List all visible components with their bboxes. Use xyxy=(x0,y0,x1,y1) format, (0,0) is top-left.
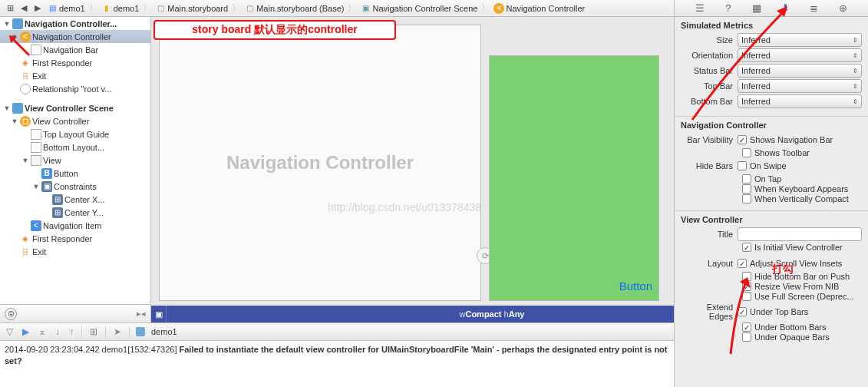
orientation-popup[interactable]: Inferred⇕ xyxy=(738,48,862,62)
under-top-checkbox[interactable]: ✓ xyxy=(738,307,747,316)
hidebars-label: Hide Bars xyxy=(681,161,738,170)
bottombar-label: Bottom Bar xyxy=(681,97,738,106)
location-icon[interactable]: ➤ xyxy=(112,326,123,337)
shows-toolbar-checkbox[interactable] xyxy=(742,148,751,157)
is-initial-checkbox[interactable] xyxy=(742,243,751,252)
hide-bottom-label: Hide Bottom Bar on Push xyxy=(754,272,850,281)
when-compact-label: When Vertically Compact xyxy=(754,194,849,203)
when-compact-checkbox[interactable] xyxy=(742,194,751,203)
is-initial-label: Is Initial View Controller xyxy=(754,243,843,252)
file-inspector-tab[interactable]: ☰ xyxy=(692,2,708,15)
item-center-y[interactable]: ⊞Center Y... xyxy=(0,206,150,219)
crumb-label: Navigation Controller Scene xyxy=(372,4,477,13)
size-label: Size xyxy=(681,35,738,45)
topbar-popup[interactable]: Inferred⇕ xyxy=(738,79,862,93)
item-view[interactable]: ▼View xyxy=(0,154,150,167)
under-top-label: Under Top Bars xyxy=(750,307,808,316)
under-opaque-checkbox[interactable] xyxy=(742,332,751,342)
document-outline: ▼Navigation Controller... ▼<Navigation C… xyxy=(0,17,151,322)
scene-icon: ▣ xyxy=(360,3,371,14)
hide-bottom-checkbox[interactable] xyxy=(742,272,751,281)
shows-navbar-checkbox[interactable]: ✓ xyxy=(738,135,747,144)
item-view-controller[interactable]: ▼◻View Controller xyxy=(0,114,150,127)
under-bottom-label: Under Bottom Bars xyxy=(754,322,827,332)
item-relationship[interactable]: Relationship "root v... xyxy=(0,82,150,95)
title-input[interactable] xyxy=(738,227,862,241)
crumb-controller[interactable]: <Navigation Controller xyxy=(491,3,587,14)
inspector-tabs: ☰ ? ▦ ⬇ ≣ ⊕ xyxy=(675,0,868,17)
step-in-icon[interactable]: ↓ xyxy=(54,326,61,337)
hide-debug-icon[interactable]: ▽ xyxy=(5,326,15,337)
item-nav-bar[interactable]: Navigation Bar xyxy=(0,43,150,56)
on-swipe-checkbox[interactable] xyxy=(738,161,747,170)
item-nav-item[interactable]: <Navigation Item xyxy=(0,219,150,232)
annotation-callout-1: story board 默认显示的controller xyxy=(153,20,396,40)
scene-nav-controller[interactable]: ▼Navigation Controller... xyxy=(0,17,150,30)
outline-toggle-button[interactable]: ▣ xyxy=(151,309,166,319)
nav-controller-scene[interactable]: Navigation Controller xyxy=(159,25,481,301)
on-swipe-label: On Swipe xyxy=(750,161,787,170)
crumb-storyboard[interactable]: ▢Main.storyboard xyxy=(153,3,230,14)
item-button[interactable]: BButton xyxy=(0,167,150,180)
crumb-label: demo1 xyxy=(59,4,85,13)
canvas-button[interactable]: Button xyxy=(619,280,652,293)
item-constraints[interactable]: ▼▣Constraints xyxy=(0,180,150,193)
statusbar-popup[interactable]: Inferred⇕ xyxy=(738,64,862,78)
on-tap-checkbox[interactable] xyxy=(742,174,751,184)
adjust-scroll-checkbox[interactable]: ✓ xyxy=(738,259,747,268)
crumb-group[interactable]: ▮demo1 xyxy=(99,3,142,14)
step-out-icon[interactable]: ↑ xyxy=(68,326,75,337)
constraint-icon: ⊞ xyxy=(52,194,63,205)
scene-view-controller[interactable]: ▼View Controller Scene xyxy=(0,101,150,114)
attributes-inspector-tab[interactable]: ⬇ xyxy=(778,2,794,15)
resize-nib-label: Resize View From NIB xyxy=(754,282,839,291)
process-name[interactable]: demo1 xyxy=(151,327,177,336)
connections-inspector-tab[interactable]: ⊕ xyxy=(835,2,850,15)
bottombar-popup[interactable]: Inferred⇕ xyxy=(738,94,862,108)
filter-button[interactable]: ⊜ xyxy=(5,308,17,320)
crumb-scene[interactable]: ▣Navigation Controller Scene xyxy=(358,3,480,14)
under-opaque-label: Under Opaque Bars xyxy=(754,332,830,342)
full-screen-checkbox[interactable] xyxy=(742,292,751,301)
when-keyboard-checkbox[interactable] xyxy=(742,184,751,194)
item-center-x[interactable]: ⊞Center X... xyxy=(0,193,150,206)
vc-icon: < xyxy=(20,31,31,42)
view-icon xyxy=(31,155,41,166)
size-inspector-tab[interactable]: ≣ xyxy=(807,2,822,15)
item-bottom-guide[interactable]: Bottom Layout... xyxy=(0,141,150,154)
crumb-project[interactable]: ▤demo1 xyxy=(45,3,87,14)
nav-forward[interactable]: ▶ xyxy=(31,2,45,15)
item-first-responder-2[interactable]: ◈First Responder xyxy=(0,232,150,245)
crumb-label: demo1 xyxy=(114,4,140,13)
project-icon: ▤ xyxy=(47,3,58,14)
view-debug-icon[interactable]: ⊞ xyxy=(88,326,99,337)
vc-icon: < xyxy=(493,3,504,14)
item-nav-controller[interactable]: ▼<Navigation Controller xyxy=(0,30,150,43)
under-bottom-checkbox[interactable] xyxy=(742,322,751,332)
item-exit[interactable]: ⍈Exit xyxy=(0,69,150,82)
item-first-responder[interactable]: ◈First Responder xyxy=(0,56,150,69)
related-items-icon[interactable]: ⊞ xyxy=(3,2,17,15)
full-screen-label: Use Full Screen (Deprec... xyxy=(754,292,854,301)
outline-tree[interactable]: ▼Navigation Controller... ▼<Navigation C… xyxy=(0,17,150,304)
resize-nib-checkbox[interactable] xyxy=(742,282,751,291)
item-exit-2[interactable]: ⍈Exit xyxy=(0,245,150,258)
when-keyboard-label: When Keyboard Appears xyxy=(754,184,848,194)
step-over-icon[interactable]: ⌅ xyxy=(37,326,48,337)
size-popup[interactable]: Inferred⇕ xyxy=(738,33,862,47)
view-controller-scene[interactable]: Button xyxy=(489,55,659,301)
statusbar-label: Status Bar xyxy=(681,66,738,75)
identity-inspector-tab[interactable]: ▦ xyxy=(749,2,764,15)
inspector: ☰ ? ▦ ⬇ ≣ ⊕ Simulated Metrics SizeInferr… xyxy=(674,0,868,387)
help-inspector-tab[interactable]: ? xyxy=(721,2,736,15)
item-top-guide[interactable]: Top Layout Guide xyxy=(0,127,150,141)
outline-toggle[interactable]: ▸◂ xyxy=(137,309,146,319)
nav-back[interactable]: ◀ xyxy=(17,2,31,15)
console[interactable]: 2014-09-20 23:23:04.242 demo1[1532:47326… xyxy=(0,341,674,387)
continue-icon[interactable]: ▶ xyxy=(21,326,31,337)
crumb-storyboard-base[interactable]: ▢Main.storyboard (Base) xyxy=(242,3,346,14)
jump-bar: ⊞ ◀ ▶ ▤demo1 〉 ▮demo1 〉 ▢Main.storyboard… xyxy=(0,0,674,17)
crumb-label: Main.storyboard (Base) xyxy=(256,4,344,13)
simulated-metrics-section: Simulated Metrics SizeInferred⇕ Orientat… xyxy=(675,17,868,117)
guide-icon xyxy=(31,129,41,140)
